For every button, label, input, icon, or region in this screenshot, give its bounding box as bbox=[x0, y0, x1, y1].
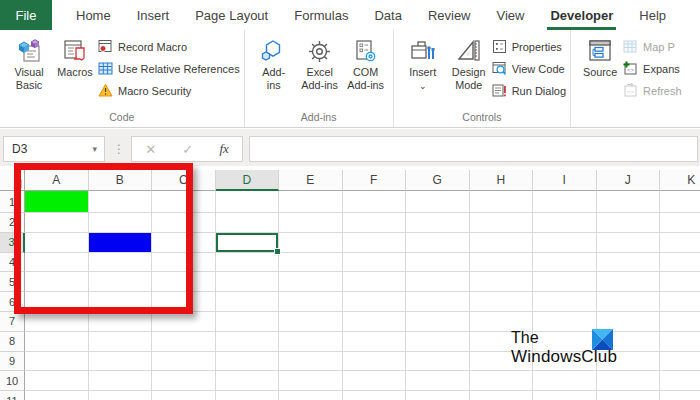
cell-G8[interactable] bbox=[406, 332, 470, 352]
enter-icon[interactable]: ✓ bbox=[182, 142, 193, 157]
cell-B6[interactable] bbox=[89, 292, 153, 312]
cell-B8[interactable] bbox=[89, 332, 153, 352]
row-header-8[interactable]: 8 bbox=[0, 332, 25, 352]
cell-G2[interactable] bbox=[406, 213, 470, 233]
cell-A10[interactable] bbox=[25, 371, 89, 391]
column-header-I[interactable]: I bbox=[533, 170, 597, 191]
cell-G5[interactable] bbox=[406, 272, 470, 292]
excel-add-ins-button[interactable]: ExcelAdd-ins bbox=[297, 33, 343, 105]
cell-K2[interactable] bbox=[660, 213, 700, 233]
cell-B4[interactable] bbox=[89, 253, 153, 273]
cell-C1[interactable] bbox=[152, 191, 216, 213]
name-box[interactable]: D3 ▾ bbox=[3, 136, 105, 162]
cell-D1[interactable] bbox=[216, 191, 280, 213]
cell-F3[interactable] bbox=[343, 233, 407, 253]
cell-A4[interactable] bbox=[25, 253, 89, 273]
cell-A8[interactable] bbox=[25, 332, 89, 352]
column-header-G[interactable]: G bbox=[406, 170, 470, 191]
cell-G7[interactable] bbox=[406, 312, 470, 332]
formula-input[interactable] bbox=[249, 136, 698, 162]
cell-A7[interactable] bbox=[25, 312, 89, 332]
tab-page-layout[interactable]: Page Layout bbox=[182, 0, 281, 30]
name-box-dropdown-icon[interactable]: ▾ bbox=[92, 144, 97, 154]
column-header-B[interactable]: B bbox=[89, 170, 153, 191]
column-header-J[interactable]: J bbox=[597, 170, 661, 191]
row-header-1[interactable]: 1 bbox=[0, 191, 25, 213]
cell-E11[interactable] bbox=[279, 391, 343, 400]
map-properties-button[interactable]: Map P bbox=[623, 39, 682, 54]
cell-H6[interactable] bbox=[470, 292, 534, 312]
run-dialog-button[interactable]: Run Dialog bbox=[492, 83, 566, 98]
cell-J4[interactable] bbox=[597, 253, 661, 273]
refresh-data-button[interactable]: <> Refresh bbox=[623, 83, 682, 98]
cell-E1[interactable] bbox=[279, 191, 343, 213]
cell-I1[interactable] bbox=[533, 191, 597, 213]
cell-F11[interactable] bbox=[343, 391, 407, 400]
cell-C7[interactable] bbox=[152, 312, 216, 332]
insert-function-icon[interactable]: fx bbox=[219, 141, 228, 157]
cell-J11[interactable] bbox=[597, 391, 661, 400]
row-header-6[interactable]: 6 bbox=[0, 292, 25, 312]
cell-C3[interactable] bbox=[152, 233, 216, 253]
cell-B7[interactable] bbox=[89, 312, 153, 332]
cell-D2[interactable] bbox=[216, 213, 280, 233]
tab-data[interactable]: Data bbox=[361, 0, 414, 30]
cell-B11[interactable] bbox=[89, 391, 153, 400]
cell-J5[interactable] bbox=[597, 272, 661, 292]
cancel-icon[interactable]: ✕ bbox=[145, 142, 156, 157]
cell-I6[interactable] bbox=[533, 292, 597, 312]
column-header-D[interactable]: D bbox=[216, 170, 280, 191]
cell-I2[interactable] bbox=[533, 213, 597, 233]
cell-B1[interactable] bbox=[89, 191, 153, 213]
cell-G3[interactable] bbox=[406, 233, 470, 253]
insert-controls-button[interactable]: Insert⌄ bbox=[400, 33, 446, 105]
cell-B3[interactable] bbox=[89, 233, 153, 253]
row-header-10[interactable]: 10 bbox=[0, 371, 25, 391]
cell-D6[interactable] bbox=[216, 292, 280, 312]
add-ins-button[interactable]: Add-ins bbox=[251, 33, 297, 105]
cell-C4[interactable] bbox=[152, 253, 216, 273]
cell-H5[interactable] bbox=[470, 272, 534, 292]
com-add-ins-button[interactable]: COMAdd-ins bbox=[343, 33, 389, 105]
cell-A1[interactable] bbox=[25, 191, 89, 213]
cell-I3[interactable] bbox=[533, 233, 597, 253]
cell-E9[interactable] bbox=[279, 352, 343, 372]
cell-I10[interactable] bbox=[533, 371, 597, 391]
cell-A11[interactable] bbox=[25, 391, 89, 400]
column-header-A[interactable]: A bbox=[25, 170, 89, 191]
column-header-K[interactable]: K bbox=[660, 170, 700, 191]
cell-H1[interactable] bbox=[470, 191, 534, 213]
tab-developer[interactable]: Developer bbox=[537, 0, 626, 30]
cell-E10[interactable] bbox=[279, 371, 343, 391]
macros-button[interactable]: Macros bbox=[52, 33, 98, 105]
cell-A6[interactable] bbox=[25, 292, 89, 312]
cell-D8[interactable] bbox=[216, 332, 280, 352]
cell-E3[interactable] bbox=[279, 233, 343, 253]
cell-G4[interactable] bbox=[406, 253, 470, 273]
cell-J10[interactable] bbox=[597, 371, 661, 391]
cell-G10[interactable] bbox=[406, 371, 470, 391]
cell-K6[interactable] bbox=[660, 292, 700, 312]
cell-J2[interactable] bbox=[597, 213, 661, 233]
cell-E4[interactable] bbox=[279, 253, 343, 273]
cell-A5[interactable] bbox=[25, 272, 89, 292]
row-header-11[interactable]: 11 bbox=[0, 391, 25, 400]
record-macro-button[interactable]: Record Macro bbox=[98, 39, 240, 54]
properties-button[interactable]: Properties bbox=[492, 39, 566, 54]
cell-B9[interactable] bbox=[89, 352, 153, 372]
cell-G9[interactable] bbox=[406, 352, 470, 372]
cell-G11[interactable] bbox=[406, 391, 470, 400]
cell-B2[interactable] bbox=[89, 213, 153, 233]
row-header-4[interactable]: 4 bbox=[0, 253, 25, 273]
cell-E2[interactable] bbox=[279, 213, 343, 233]
cell-C11[interactable] bbox=[152, 391, 216, 400]
column-header-H[interactable]: H bbox=[470, 170, 534, 191]
visual-basic-button[interactable]: VisualBasic bbox=[6, 33, 52, 105]
cell-C2[interactable] bbox=[152, 213, 216, 233]
expansion-packs-button[interactable]: <> Expans bbox=[623, 61, 682, 76]
cell-F9[interactable] bbox=[343, 352, 407, 372]
tab-file[interactable]: File bbox=[0, 0, 52, 30]
cell-K1[interactable] bbox=[660, 191, 700, 213]
row-header-9[interactable]: 9 bbox=[0, 352, 25, 372]
cell-D4[interactable] bbox=[216, 253, 280, 273]
